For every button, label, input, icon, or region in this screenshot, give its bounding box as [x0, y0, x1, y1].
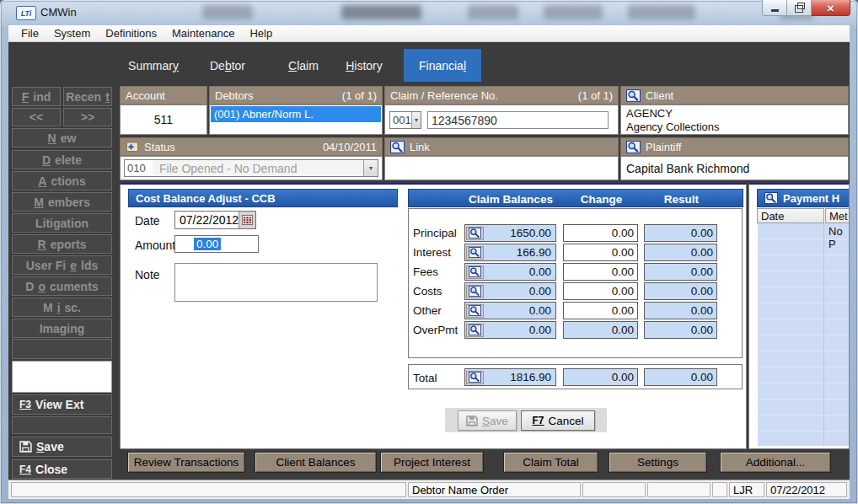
calendar-icon[interactable] [239, 212, 255, 228]
client-balances-button[interactable]: Client Balances [255, 453, 376, 472]
zoom-icon[interactable] [466, 285, 484, 298]
claim-total-button[interactable]: Claim Total [504, 453, 598, 472]
zoom-icon[interactable] [466, 371, 484, 384]
change-input[interactable]: 0.00 [563, 263, 638, 281]
result-field: 0.00 [644, 224, 717, 242]
sidebar-actions-button[interactable]: Actions [12, 171, 112, 190]
claim-ref-count: (1 of 1) [578, 89, 613, 102]
zoom-icon[interactable] [626, 141, 641, 153]
status-cell-blank [11, 482, 406, 497]
sidebar-new-button[interactable]: New [12, 128, 112, 147]
project-interest-button[interactable]: Project Interest [381, 453, 483, 472]
zoom-icon[interactable] [466, 246, 484, 260]
amount-input[interactable]: 0.00 [174, 235, 259, 253]
note-textarea[interactable] [174, 263, 378, 302]
claim-seq-dropdown[interactable]: 001 ▼ [389, 111, 421, 129]
sidebar-close-button[interactable]: F4 Close [12, 459, 112, 479]
sidebar-user-fields-button[interactable]: User Fields [12, 255, 112, 275]
menu-maintenance[interactable]: Maintenance [164, 26, 242, 40]
change-input[interactable]: 0.00 [563, 244, 638, 261]
sidebar-next-button[interactable]: >> [63, 108, 112, 126]
sidebar-view-ext-button[interactable]: F3 View Ext [12, 394, 112, 415]
close-fkey: F4 [19, 464, 31, 475]
balance-value: 1650.00 [484, 227, 555, 239]
menu-bar: File System Definitions Maintenance Help [8, 25, 850, 42]
account-label: Account [126, 89, 165, 102]
tab-history[interactable]: History [327, 49, 401, 82]
balance-field[interactable]: 0.00 [464, 321, 556, 339]
sidebar-imaging-button[interactable]: Imaging [12, 319, 112, 338]
balance-field[interactable]: 0.00 [464, 302, 556, 319]
tab-financial[interactable]: Financial [404, 49, 481, 82]
view-ext-fkey: F3 [19, 399, 31, 410]
zoom-icon[interactable] [390, 141, 405, 153]
balance-field[interactable]: 166.90 [464, 244, 556, 261]
save-button[interactable]: Save [458, 410, 517, 431]
menu-system[interactable]: System [46, 26, 98, 40]
payment-col-date[interactable]: Date [757, 208, 824, 223]
client-body: AGENCY Agency Collections [620, 105, 849, 135]
total-balance-field[interactable]: 1816.90 [464, 368, 556, 386]
balance-row-other: Other 0.00 0.00 0.00 [408, 302, 743, 319]
review-transactions-button[interactable]: Review Transactions [128, 453, 244, 472]
minimize-button[interactable] [762, 0, 787, 16]
date-field[interactable]: 07/22/2012 [174, 211, 256, 229]
change-input[interactable]: 0.00 [563, 224, 638, 242]
sidebar-documents-button[interactable]: Documents [12, 276, 112, 296]
status-dropdown: 010 File Opened - No Demand ▼ [124, 159, 378, 177]
restore-button[interactable] [787, 0, 812, 16]
sidebar-find-button[interactable]: Find [12, 87, 61, 106]
title-bar[interactable]: LTi CMWin × [0, 0, 858, 25]
result-field: 0.00 [644, 244, 717, 261]
status-order-mode: Debtor Name Order [408, 482, 581, 497]
zoom-icon[interactable] [466, 265, 484, 279]
settings-button[interactable]: Settings [609, 453, 706, 472]
change-input[interactable]: 0.00 [563, 282, 638, 300]
balance-row-interest: Interest 166.90 0.00 0.00 [408, 244, 743, 261]
plaintiff-body: Capital Bank Richmond [620, 156, 849, 180]
status-code: 010 [125, 160, 153, 176]
balance-field[interactable]: 1650.00 [464, 224, 556, 242]
sidebar-misc-button[interactable]: Misc. [12, 298, 112, 317]
chevron-down-icon[interactable]: ▼ [411, 112, 421, 128]
reference-no-input[interactable] [427, 111, 609, 129]
debtors-list[interactable]: (001) Abner/Norm L. [209, 105, 383, 135]
balance-field[interactable]: 0.00 [464, 282, 556, 300]
sidebar-litigation-button[interactable]: Litigation [12, 213, 112, 233]
zoom-icon[interactable] [626, 89, 641, 102]
debtors-label: Debtors [215, 89, 254, 102]
zoom-icon[interactable] [466, 304, 484, 318]
amount-label: Amount [135, 239, 175, 252]
link-header: Link [384, 137, 619, 156]
col-change: Change [564, 190, 639, 208]
sidebar-reports-button[interactable]: Reports [12, 234, 112, 254]
debtor-list-item-selected[interactable]: (001) Abner/Norm L. [211, 106, 381, 122]
sidebar-save-button[interactable]: Save [12, 437, 112, 457]
balance-field[interactable]: 0.00 [464, 263, 556, 281]
sidebar-members-button[interactable]: Members [12, 192, 112, 212]
cancel-button[interactable]: F7 Cancel [521, 410, 595, 431]
menu-help[interactable]: Help [242, 26, 280, 40]
claim-seq-value: 001 [390, 112, 411, 128]
sidebar-recent-button[interactable]: Recent [63, 87, 112, 106]
change-input[interactable]: 0.00 [563, 302, 638, 319]
close-button[interactable]: × [812, 0, 850, 16]
zoom-icon[interactable] [466, 227, 484, 240]
tab-debtor[interactable]: Debtor [190, 49, 265, 82]
menu-file[interactable]: File [13, 26, 46, 40]
payment-history-grid[interactable]: No P [758, 223, 850, 446]
sidebar-delete-button[interactable]: Delete [12, 150, 112, 169]
payment-col-method[interactable]: Met [825, 208, 850, 223]
tab-summary[interactable]: Summary [116, 49, 190, 82]
sidebar-prev-button[interactable]: << [12, 108, 61, 126]
menu-definitions[interactable]: Definitions [98, 26, 164, 40]
plaintiff-label: Plaintiff [646, 141, 681, 153]
save-disk-icon [466, 416, 478, 426]
zoom-icon[interactable] [466, 324, 484, 337]
folder-add-icon[interactable] [126, 141, 139, 153]
additional-button[interactable]: Additional... [721, 453, 830, 472]
account-header: Account [120, 86, 207, 105]
zoom-icon[interactable] [764, 192, 778, 204]
status-user-initials: LJR [729, 482, 764, 497]
main-content: Summary Debtor Claim History Financial F… [8, 42, 850, 480]
